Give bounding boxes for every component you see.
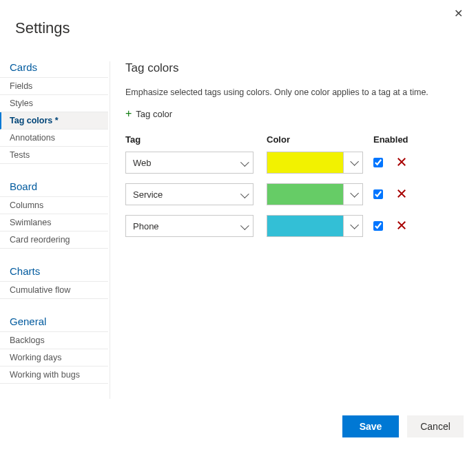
save-button[interactable]: Save — [342, 415, 399, 437]
plus-icon: + — [125, 108, 132, 119]
sidebar-item-swimlanes[interactable]: Swimlanes — [0, 214, 108, 231]
sidebar-item-cumulative-flow[interactable]: Cumulative flow — [0, 282, 108, 299]
color-swatch — [267, 216, 343, 236]
close-button[interactable]: ✕ — [454, 8, 463, 19]
sidebar-item-annotations[interactable]: Annotations — [0, 130, 108, 147]
remove-row-button[interactable] — [395, 219, 408, 234]
cancel-button[interactable]: Cancel — [407, 415, 464, 437]
remove-row-button[interactable] — [395, 156, 408, 170]
panel-description: Emphasize selected tags using colors. On… — [125, 87, 464, 97]
tag-select-value: Phone — [133, 221, 159, 231]
enabled-checkbox[interactable] — [373, 221, 383, 231]
columns-header: Tag Color Enabled — [125, 134, 464, 145]
tag-select-value: Web — [133, 158, 152, 168]
col-header-color: Color — [267, 134, 373, 145]
sidebar-item-fields[interactable]: Fields — [0, 78, 108, 95]
tag-row: Service — [125, 183, 464, 205]
sidebar-item-card-reordering[interactable]: Card reordering — [0, 231, 108, 249]
main-panel: Tag colors Emphasize selected tags using… — [110, 61, 476, 399]
enabled-checkbox[interactable] — [373, 158, 383, 167]
sidebar-item-tests[interactable]: Tests — [0, 147, 108, 164]
enabled-checkbox[interactable] — [373, 189, 383, 199]
panel-heading: Tag colors — [125, 61, 464, 75]
sidebar-section-charts[interactable]: Charts — [0, 261, 108, 282]
close-icon: ✕ — [454, 8, 463, 19]
tag-select[interactable]: Web — [125, 152, 253, 174]
dialog-footer: Save Cancel — [342, 415, 464, 437]
color-picker[interactable] — [267, 183, 363, 205]
settings-sidebar: CardsFieldsStylesTag colors *Annotations… — [0, 61, 110, 399]
sidebar-section-general[interactable]: General — [0, 311, 108, 332]
close-icon — [397, 220, 406, 232]
tag-select-value: Service — [133, 189, 163, 200]
color-picker[interactable] — [267, 152, 363, 174]
chevron-down-icon — [343, 152, 362, 173]
sidebar-section-board[interactable]: Board — [0, 176, 108, 197]
sidebar-item-working-with-bugs[interactable]: Working with bugs — [0, 367, 108, 384]
remove-row-button[interactable] — [395, 187, 408, 202]
tag-select[interactable]: Service — [125, 183, 253, 205]
close-icon — [397, 157, 406, 169]
chevron-down-icon — [343, 184, 362, 205]
dialog-title: Settings — [0, 0, 476, 37]
sidebar-item-tag-colors[interactable]: Tag colors * — [0, 112, 108, 130]
add-tag-color-button[interactable]: + Tag color — [125, 107, 172, 121]
sidebar-item-backlogs[interactable]: Backlogs — [0, 332, 108, 349]
sidebar-item-styles[interactable]: Styles — [0, 95, 108, 112]
color-swatch — [267, 184, 343, 205]
tag-row: Web — [125, 152, 464, 174]
tag-select[interactable]: Phone — [125, 215, 253, 237]
sidebar-item-working-days[interactable]: Working days — [0, 349, 108, 367]
col-header-enabled: Enabled — [373, 134, 415, 145]
sidebar-section-cards[interactable]: Cards — [0, 61, 108, 78]
sidebar-item-columns[interactable]: Columns — [0, 197, 108, 214]
color-picker[interactable] — [267, 215, 363, 237]
tag-row: Phone — [125, 215, 464, 237]
col-header-tag: Tag — [125, 134, 267, 145]
chevron-down-icon — [343, 216, 362, 236]
add-tag-color-label: Tag color — [136, 109, 172, 119]
color-swatch — [267, 152, 343, 173]
close-icon — [397, 189, 406, 200]
